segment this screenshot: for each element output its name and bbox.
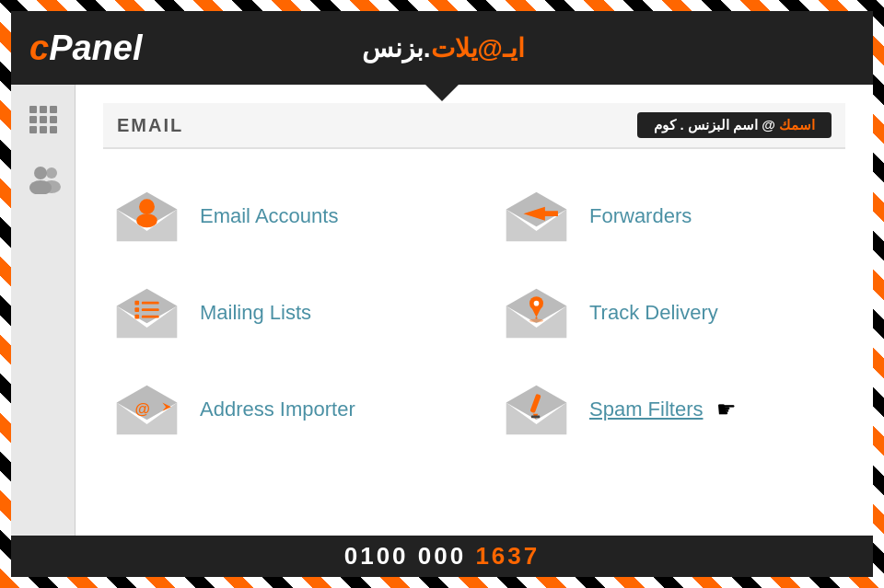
track-delivery-icon — [502, 282, 571, 342]
grid-dot — [40, 106, 47, 113]
bubble-arrow — [424, 83, 460, 101]
phone-white: 0100 000 — [344, 542, 476, 570]
badge-domain: @ اسم البزنس . كوم — [654, 117, 774, 133]
section-header-text: EMAIL — [117, 115, 183, 136]
track-delivery-card[interactable]: Track Delivery — [493, 273, 845, 352]
grid-dot — [40, 116, 47, 123]
svg-point-0 — [46, 167, 57, 179]
spam-filters-icon — [502, 379, 571, 439]
users-svg — [26, 165, 61, 194]
forwarders-label: Forwarders — [589, 204, 692, 228]
grid-icon — [29, 106, 57, 133]
forwarders-icon — [502, 186, 571, 246]
main-content: EMAIL اسمك @ اسم البزنس . كوم — [11, 85, 873, 536]
address-importer-icon: @ — [112, 379, 181, 439]
sub-header-badge: اسمك @ اسم البزنس . كوم — [637, 112, 832, 138]
grid-dot — [29, 126, 37, 133]
svg-rect-15 — [134, 307, 139, 312]
cpanel-logo: c Panel — [29, 29, 143, 68]
address-importer-card[interactable]: @ Address Importer — [103, 370, 456, 448]
svg-point-22 — [534, 301, 540, 306]
phone-orange: 1637 — [475, 542, 540, 570]
phone-number: 0100 000 1637 — [344, 542, 541, 571]
sidebar-users-icon[interactable] — [22, 158, 64, 200]
title-white: .بزنس — [362, 34, 431, 63]
content-panel: EMAIL اسمك @ اسم البزنس . كوم — [76, 85, 873, 536]
grid-dot — [29, 106, 37, 113]
svg-point-25 — [529, 319, 543, 323]
svg-rect-14 — [142, 302, 159, 305]
forwarders-card[interactable]: Forwarders — [493, 177, 845, 255]
svg-text:@: @ — [134, 400, 149, 418]
header: c Panel ايـ@يلات.بزنس — [11, 11, 873, 85]
email-accounts-icon — [112, 186, 181, 246]
svg-rect-16 — [142, 308, 159, 311]
track-delivery-label: Track Delivery — [589, 301, 718, 325]
sidebar — [11, 85, 76, 536]
svg-rect-18 — [142, 316, 159, 318]
items-grid: Email Accounts Forwarders — [103, 167, 845, 457]
bottom-bar: 0100 000 1637 — [11, 536, 873, 577]
svg-point-7 — [136, 213, 157, 227]
grid-dot — [29, 116, 37, 123]
grid-dot — [40, 126, 47, 133]
cursor-icon: ☛ — [716, 397, 737, 422]
spam-filters-card[interactable]: Spam Filters ☛ — [493, 370, 845, 448]
email-accounts-card[interactable]: Email Accounts — [103, 177, 456, 255]
logo-panel: Panel — [49, 29, 142, 68]
mailing-lists-card[interactable]: Mailing Lists — [103, 273, 456, 352]
svg-rect-17 — [134, 315, 139, 319]
svg-point-6 — [139, 199, 155, 214]
title-orange: ايـ@يلات — [431, 34, 525, 63]
svg-rect-34 — [531, 416, 540, 419]
mailing-lists-label: Mailing Lists — [200, 301, 311, 325]
svg-rect-13 — [134, 301, 139, 306]
grid-dot — [50, 126, 57, 133]
spam-filters-label: Spam Filters — [589, 398, 703, 421]
address-importer-label: Address Importer — [200, 398, 355, 421]
header-title: ايـ@يلات.بزنس — [143, 33, 744, 63]
grid-dot — [50, 106, 57, 113]
grid-dot — [50, 116, 57, 123]
mailing-lists-icon — [112, 282, 181, 342]
section-header: EMAIL اسمك @ اسم البزنس . كوم — [103, 103, 845, 149]
svg-point-2 — [34, 167, 47, 179]
badge-name: اسمك — [779, 117, 815, 133]
email-accounts-label: Email Accounts — [200, 204, 338, 228]
sidebar-grid-icon[interactable] — [22, 98, 64, 140]
logo-c: c — [29, 29, 49, 68]
inner-frame: c Panel ايـ@يلات.بزنس — [11, 11, 873, 577]
